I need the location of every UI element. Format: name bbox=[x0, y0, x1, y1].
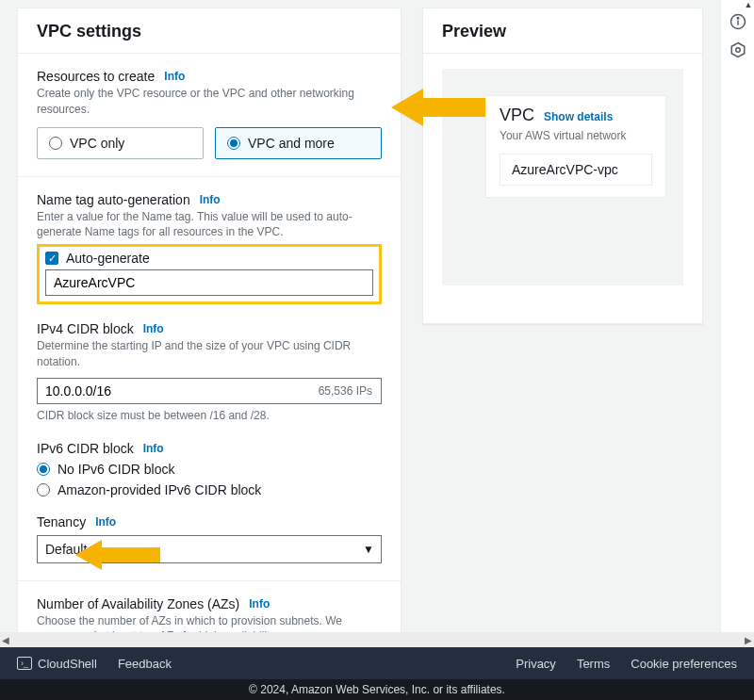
nametag-desc: Enter a value for the Name tag. This val… bbox=[37, 209, 382, 241]
vpc-settings-panel: VPC settings Resources to create Info Cr… bbox=[17, 8, 402, 632]
resources-desc: Create only the VPC resource or the VPC … bbox=[37, 86, 382, 118]
preview-vpc-name[interactable]: AzureArcVPC-vpc bbox=[500, 154, 652, 186]
azs-info-link[interactable]: Info bbox=[249, 597, 270, 610]
svg-point-4 bbox=[737, 18, 739, 20]
radio-amazon-ipv6[interactable]: Amazon-provided IPv6 CIDR block bbox=[37, 482, 382, 497]
scroll-right-icon[interactable]: ▶ bbox=[745, 635, 752, 645]
cookie-preferences-link[interactable]: Cookie preferences bbox=[631, 657, 737, 671]
info-circle-icon[interactable] bbox=[729, 13, 746, 30]
resources-section: Resources to create Info Create only the… bbox=[18, 54, 401, 177]
auto-generate-label: Auto-generate bbox=[66, 251, 150, 266]
radio-vpc-only[interactable]: VPC only bbox=[37, 127, 204, 159]
horizontal-scrollbar[interactable]: ◀ ▶ bbox=[0, 632, 754, 647]
tenancy-label: Tenancy bbox=[37, 514, 86, 529]
scroll-left-icon[interactable]: ◀ bbox=[2, 635, 9, 645]
azs-desc: Choose the number of AZs in which to pro… bbox=[37, 613, 382, 632]
ipv6-label: IPv6 CIDR block bbox=[37, 441, 134, 456]
checkbox-checked-icon: ✓ bbox=[45, 252, 58, 265]
cloudshell-label: CloudShell bbox=[38, 657, 97, 671]
scrollbar-track[interactable] bbox=[11, 634, 743, 645]
terminal-icon: ›_ bbox=[17, 657, 32, 670]
radio-icon bbox=[227, 137, 240, 150]
cloudshell-button[interactable]: ›_ CloudShell bbox=[17, 657, 97, 671]
radio-icon bbox=[37, 463, 50, 476]
resources-info-link[interactable]: Info bbox=[164, 70, 185, 83]
gear-hex-icon[interactable] bbox=[729, 41, 746, 58]
auto-generate-checkbox-row[interactable]: ✓ Auto-generate bbox=[45, 251, 373, 266]
tenancy-info-link[interactable]: Info bbox=[95, 515, 116, 529]
resources-label: Resources to create bbox=[37, 69, 155, 84]
ipv4-label: IPv4 CIDR block bbox=[37, 321, 134, 336]
preview-panel: Preview VPC Show details Your AWS virtua… bbox=[422, 8, 703, 324]
radio-vpc-only-label: VPC only bbox=[70, 136, 124, 151]
radio-amazon-ipv6-label: Amazon-provided IPv6 CIDR block bbox=[57, 482, 261, 497]
terms-link[interactable]: Terms bbox=[577, 657, 610, 671]
nametag-info-link[interactable]: Info bbox=[200, 193, 221, 206]
preview-vpc-desc: Your AWS virtual network bbox=[500, 129, 652, 142]
vpc-settings-title: VPC settings bbox=[37, 22, 382, 41]
nametag-highlight-annotation: ✓ Auto-generate bbox=[37, 244, 382, 304]
radio-no-ipv6[interactable]: No IPv6 CIDR block bbox=[37, 462, 382, 477]
ipv4-info-link[interactable]: Info bbox=[143, 322, 164, 335]
radio-vpc-and-more[interactable]: VPC and more bbox=[215, 127, 382, 159]
ipv4-hint: CIDR block size must be between /16 and … bbox=[37, 408, 382, 424]
copyright-text: © 2024, Amazon Web Services, Inc. or its… bbox=[249, 683, 505, 696]
svg-point-6 bbox=[735, 48, 740, 53]
tenancy-value: Default bbox=[45, 542, 87, 557]
azs-section: Number of Availability Zones (AZs) Info … bbox=[18, 581, 401, 632]
azs-label: Number of Availability Zones (AZs) bbox=[37, 596, 239, 611]
radio-icon bbox=[37, 483, 50, 497]
ipv4-cidr-input[interactable] bbox=[37, 378, 382, 404]
ipv4-desc: Determine the starting IP and the size o… bbox=[37, 338, 382, 370]
footer-bar: ›_ CloudShell Feedback Privacy Terms Coo… bbox=[0, 647, 754, 679]
preview-title: Preview bbox=[442, 22, 683, 41]
radio-no-ipv6-label: No IPv6 CIDR block bbox=[57, 462, 174, 477]
privacy-link[interactable]: Privacy bbox=[516, 657, 556, 671]
tenancy-select[interactable]: Default bbox=[37, 535, 382, 563]
copyright-bar: © 2024, Amazon Web Services, Inc. or its… bbox=[0, 679, 754, 700]
nametag-input[interactable] bbox=[45, 269, 373, 296]
nametag-section: Name tag auto-generation Info Enter a va… bbox=[18, 177, 401, 581]
scroll-up-icon[interactable]: ▲ bbox=[743, 0, 754, 9]
main-content: VPC settings Resources to create Info Cr… bbox=[0, 0, 720, 632]
preview-vpc-card: VPC Show details Your AWS virtual networ… bbox=[485, 95, 666, 198]
preview-canvas: VPC Show details Your AWS virtual networ… bbox=[442, 69, 683, 285]
svg-marker-5 bbox=[731, 43, 745, 57]
preview-vpc-title: VPC bbox=[500, 106, 534, 125]
right-tool-rail bbox=[720, 0, 754, 632]
ipv6-info-link[interactable]: Info bbox=[143, 442, 164, 455]
nametag-label: Name tag auto-generation bbox=[37, 192, 190, 207]
feedback-link[interactable]: Feedback bbox=[118, 657, 172, 671]
radio-vpc-and-more-label: VPC and more bbox=[248, 136, 335, 151]
radio-icon bbox=[49, 137, 62, 150]
show-details-link[interactable]: Show details bbox=[544, 110, 613, 123]
